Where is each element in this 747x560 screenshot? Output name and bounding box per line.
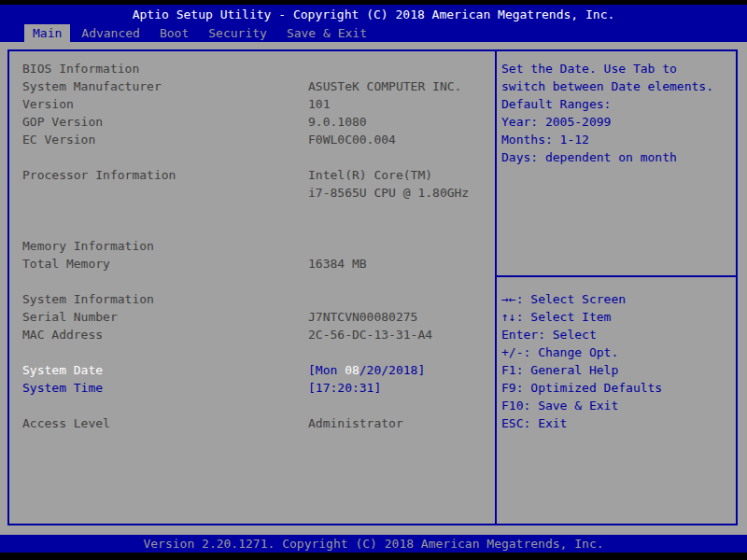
row-label: System Time	[22, 379, 103, 397]
help-text-line: switch between Date elements.	[501, 77, 735, 95]
row-blank	[9, 343, 493, 361]
hint-save-exit: F10: Save & Exit	[501, 397, 735, 414]
content-area: BIOS InformationSystem ManufacturerASUST…	[0, 42, 747, 535]
row-system-information: System Information	[9, 290, 493, 308]
row-value: [17:20:31]	[308, 379, 381, 397]
row-processor-information: Processor InformationIntel(R) Core(TM)	[9, 166, 493, 184]
help-panel: Set the Date. Use Tab toswitch between D…	[501, 60, 735, 166]
row-memory-information: Memory Information	[9, 237, 493, 255]
key-hints-panel: →←: Select Screen↑↓: Select ItemEnter: S…	[501, 290, 735, 432]
row-system-manufacturer: System ManufacturerASUSTeK COMPUTER INC.	[9, 77, 493, 95]
row-value: 16384 MB	[308, 255, 367, 273]
row-blank: i7-8565U CPU @ 1.80GHz	[9, 184, 493, 202]
row-value: Intel(R) Core(TM)	[308, 166, 432, 184]
row-label: Memory Information	[22, 237, 154, 255]
tab-save-exit[interactable]: Save & Exit	[278, 24, 375, 42]
row-label: Version	[22, 95, 74, 113]
row-system-date[interactable]: System Date[Mon 08/20/2018]	[9, 361, 493, 379]
row-label: System Date	[22, 361, 103, 379]
value-segment: [Mon	[308, 363, 345, 377]
help-text-line: Days: dependent on month	[501, 148, 735, 166]
hint-exit: ESC: Exit	[501, 414, 735, 432]
hint-change-opt: +/-: Change Opt.	[501, 343, 735, 361]
tab-main[interactable]: Main	[24, 24, 70, 42]
row-value: F0WL0C00.004	[308, 131, 396, 148]
row-label: BIOS Information	[22, 60, 139, 77]
row-version: Version101	[9, 95, 493, 113]
row-value: Administrator	[308, 414, 403, 432]
row-label: Serial Number	[22, 308, 118, 326]
row-label: Total Memory	[22, 255, 110, 273]
row-label: Access Level	[22, 414, 110, 432]
row-value: [Mon 08/20/2018]	[308, 361, 425, 379]
row-blank	[9, 397, 493, 414]
row-system-time[interactable]: System Time[17:20:31]	[9, 379, 493, 397]
row-gop-version: GOP Version9.0.1080	[9, 113, 493, 131]
tab-security[interactable]: Security	[200, 24, 275, 42]
help-text-line: Year: 2005-2099	[501, 113, 735, 131]
hint-general-help: F1: General Help	[501, 361, 735, 379]
help-hints-divider	[497, 275, 736, 277]
row-blank	[9, 148, 493, 166]
vertical-divider	[495, 49, 497, 525]
value-segment: [17:20:31]	[308, 381, 381, 395]
hint-optimized-defaults: F9: Optimized Defaults	[501, 379, 735, 397]
row-value: J7NTCVN00080275	[308, 308, 417, 326]
row-blank	[9, 202, 493, 219]
row-label: MAC Address	[22, 326, 103, 343]
row-value: 9.0.1080	[308, 113, 367, 131]
row-value: 2C-56-DC-13-31-A4	[308, 326, 432, 343]
row-label: System Information	[22, 290, 154, 308]
hint-select: Enter: Select	[501, 326, 735, 343]
tab-advanced[interactable]: Advanced	[73, 24, 148, 42]
row-mac-address: MAC Address2C-56-DC-13-31-A4	[9, 326, 493, 343]
value-segment: 08	[345, 363, 359, 377]
row-label: System Manufacturer	[22, 77, 162, 95]
title-bar: Aptio Setup Utility - Copyright (C) 2018…	[0, 5, 747, 42]
row-blank	[9, 273, 493, 290]
row-label: EC Version	[22, 131, 95, 148]
row-access-level: Access LevelAdministrator	[9, 414, 493, 432]
row-ec-version: EC VersionF0WL0C00.004	[9, 131, 493, 148]
bios-setup-screen: Aptio Setup Utility - Copyright (C) 2018…	[0, 0, 747, 560]
row-value: 101	[308, 95, 330, 113]
row-bios-information: BIOS Information	[9, 60, 493, 77]
row-blank	[9, 219, 493, 237]
hint-select-item: ↑↓: Select Item	[501, 308, 735, 326]
tab-bar: MainAdvancedBootSecuritySave & Exit	[24, 24, 375, 42]
row-total-memory: Total Memory16384 MB	[9, 255, 493, 273]
tab-boot[interactable]: Boot	[151, 24, 197, 42]
row-value: ASUSTeK COMPUTER INC.	[308, 77, 461, 95]
row-label: GOP Version	[22, 113, 103, 131]
help-text-line: Set the Date. Use Tab to	[501, 60, 735, 77]
help-text-line: Months: 1-12	[501, 131, 735, 148]
row-label: Processor Information	[22, 166, 176, 184]
app-title: Aptio Setup Utility - Copyright (C) 2018…	[0, 5, 747, 24]
row-value: i7-8565U CPU @ 1.80GHz	[308, 184, 469, 202]
help-text-line: Default Ranges:	[501, 95, 735, 113]
value-segment: /20/2018]	[359, 363, 425, 377]
footer-bar: Version 2.20.1271. Copyright (C) 2018 Am…	[0, 535, 747, 553]
hint-select-screen: →←: Select Screen	[501, 290, 735, 308]
settings-panel: BIOS InformationSystem ManufacturerASUST…	[9, 60, 493, 432]
row-serial-number: Serial NumberJ7NTCVN00080275	[9, 308, 493, 326]
